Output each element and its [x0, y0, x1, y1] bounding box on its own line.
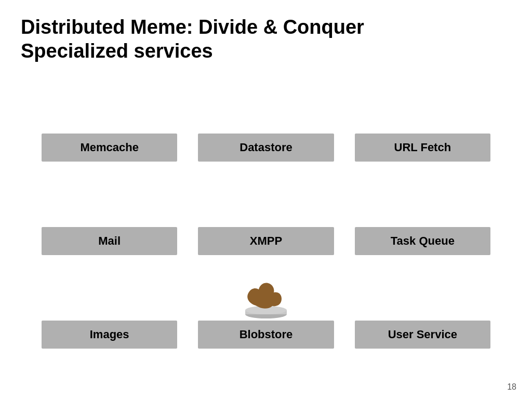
- cell-xmpp: XMPP: [198, 172, 334, 255]
- label-blobstore: Blobstore: [198, 321, 334, 349]
- cell-images: Images: [42, 265, 177, 349]
- slide-title: Distributed Meme: Divide & Conquer Speci…: [21, 16, 511, 63]
- title-line2: Specialized services: [21, 39, 511, 63]
- title-line1: Distributed Meme: Divide & Conquer: [21, 16, 511, 39]
- label-datastore: Datastore: [198, 134, 334, 162]
- label-user-service: User Service: [355, 321, 490, 349]
- cell-memcache: Memcache: [42, 78, 177, 162]
- label-memcache: Memcache: [42, 134, 177, 162]
- cell-blobstore: Blobstore: [198, 265, 334, 349]
- cell-mail: Mail: [42, 172, 177, 255]
- blob-icon: [240, 277, 292, 318]
- label-xmpp: XMPP: [198, 227, 334, 255]
- cell-datastore: Datastore: [198, 78, 334, 162]
- cell-task-queue: Task Queue: [355, 172, 490, 255]
- services-grid: Memcache Datastore URL Fetch Mail XMPP T…: [21, 78, 511, 349]
- label-task-queue: Task Queue: [355, 227, 490, 255]
- label-url-fetch: URL Fetch: [355, 134, 490, 162]
- label-images: Images: [42, 321, 177, 349]
- cell-user-service: User Service: [355, 265, 490, 349]
- page-number: 18: [507, 382, 516, 392]
- cell-url-fetch: URL Fetch: [355, 78, 490, 162]
- slide: Distributed Meme: Divide & Conquer Speci…: [0, 0, 532, 399]
- label-mail: Mail: [42, 227, 177, 255]
